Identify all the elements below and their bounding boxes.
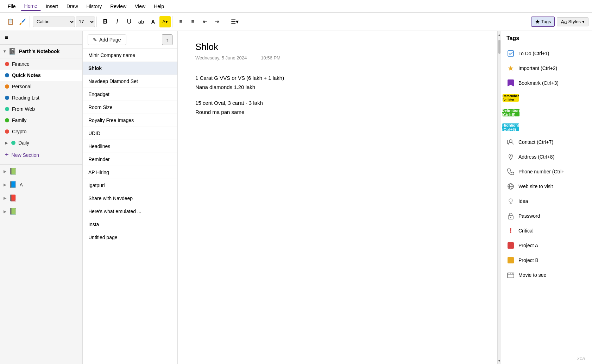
new-section-button[interactable]: + New Section: [0, 148, 82, 161]
section-label-crypto: Crypto: [12, 129, 26, 134]
page-item-6[interactable]: UDID: [83, 127, 177, 140]
tag-phone[interactable]: Phone number (Ctrl+: [501, 164, 592, 179]
nb3-icon: 📕: [9, 194, 17, 202]
tag-contact[interactable]: Contact (Ctrl+7): [501, 135, 592, 149]
bullets-button[interactable]: ≡: [175, 16, 187, 27]
paste-button[interactable]: 📋: [5, 16, 16, 27]
section-item-reading-list[interactable]: Reading List: [0, 92, 82, 103]
note-date: Wednesday, 5 June 2024: [195, 55, 247, 60]
page-item-14[interactable]: Untitled page: [83, 231, 177, 244]
section-color-personal: [5, 84, 9, 89]
add-page-button[interactable]: ✎ Add Page: [88, 34, 126, 45]
tag-bookmark[interactable]: Bookmark (Ctrl+3): [501, 76, 592, 90]
tag-remember[interactable]: Remember for later: [501, 90, 592, 105]
menu-help[interactable]: Help: [150, 2, 168, 11]
menu-file[interactable]: File: [4, 2, 19, 11]
note-para-0: 1 Carat G VVS or VS (6 lakh + 1 lakh) Na…: [195, 74, 479, 91]
section-item-family[interactable]: Family: [0, 115, 82, 126]
underline-button[interactable]: U: [124, 16, 135, 27]
menu-insert[interactable]: Insert: [42, 2, 62, 11]
section-item-quick-notes[interactable]: Quick Notes: [0, 70, 82, 81]
page-item-9[interactable]: AP Hiring: [83, 166, 177, 179]
font-size-select[interactable]: 17: [76, 17, 95, 27]
section-item-daily[interactable]: ▶ Daily: [0, 137, 82, 148]
hamburger-button[interactable]: ≡: [0, 31, 82, 45]
page-item-4[interactable]: Room Size: [83, 101, 177, 114]
section-item-from-web[interactable]: From Web: [0, 103, 82, 115]
tag-definition[interactable]: Definition (Ctrl+5): [501, 105, 592, 120]
notebook-icon: 📓: [8, 47, 16, 55]
note-meta: Wednesday, 5 June 2024 10:56 PM: [195, 55, 479, 65]
add-page-icon: ✎: [93, 37, 97, 43]
page-item-12[interactable]: Here's what emulated ...: [83, 205, 177, 218]
page-item-5[interactable]: Royalty Free Images: [83, 114, 177, 127]
font-color-button[interactable]: A: [147, 16, 159, 27]
indent-less-button[interactable]: ⇤: [199, 16, 210, 27]
notebook-row-3[interactable]: ▶ 📕: [0, 191, 82, 205]
tag-password[interactable]: Password: [501, 209, 592, 223]
tag-todo[interactable]: To Do (Ctrl+1): [501, 46, 592, 61]
page-item-1[interactable]: Shlok: [83, 62, 177, 75]
highlight-box: Highlight (Ctrl+6): [502, 123, 519, 131]
menu-review[interactable]: Review: [107, 2, 130, 11]
format-painter-button[interactable]: 🖌️: [17, 16, 28, 27]
section-color-quick-notes: [5, 73, 9, 77]
tag-movie[interactable]: Movie to see: [501, 268, 592, 282]
website-icon: [506, 182, 515, 191]
highlight-button[interactable]: A▾: [159, 16, 171, 27]
section-item-personal[interactable]: Personal: [0, 81, 82, 92]
note-time: 10:56 PM: [261, 55, 281, 60]
tag-critical[interactable]: ! Critical: [501, 223, 592, 238]
italic-button[interactable]: I: [112, 16, 123, 27]
page-item-10[interactable]: Igatpuri: [83, 179, 177, 192]
styles-button[interactable]: Aa Styles ▾: [557, 17, 588, 26]
scroll-up-button[interactable]: ▲: [498, 32, 501, 38]
page-item-8[interactable]: Reminder: [83, 153, 177, 166]
align-button[interactable]: ☰▾: [227, 16, 243, 27]
tag-important[interactable]: ★ Important (Ctrl+2): [501, 61, 592, 76]
note-para-1: 15 cent Oval, 3 carat - 3 lakh Round ma …: [195, 98, 479, 116]
content-area[interactable]: Shlok Wednesday, 5 June 2024 10:56 PM 1 …: [178, 31, 497, 364]
address-icon: [506, 153, 515, 161]
tag-project-b[interactable]: Project B: [501, 253, 592, 268]
numbered-button[interactable]: ≡: [187, 16, 199, 27]
notebook-row-4[interactable]: ▶ 📗: [0, 205, 82, 218]
page-item-2[interactable]: Navdeep Diamond Set: [83, 75, 177, 88]
indent-more-button[interactable]: ⇥: [211, 16, 222, 27]
notebook-row-2[interactable]: ▶ 📘 A: [0, 178, 82, 191]
todo-icon: [506, 49, 515, 58]
menu-history[interactable]: History: [83, 2, 106, 11]
page-item-7[interactable]: Headlines: [83, 140, 177, 153]
font-family-select[interactable]: Calibri: [33, 17, 75, 27]
tags-scrollbar[interactable]: ▲ ▼: [497, 31, 501, 364]
bold-button[interactable]: B: [100, 16, 111, 27]
critical-icon: !: [506, 226, 515, 235]
tag-movie-label: Movie to see: [518, 272, 546, 278]
notebook-header[interactable]: ▾ 📓 Parth's Notebook: [0, 45, 82, 58]
page-item-0[interactable]: Mihir Company name: [83, 49, 177, 62]
section-item-crypto[interactable]: Crypto: [0, 126, 82, 137]
section-color-finance: [5, 62, 9, 66]
tag-project-a[interactable]: Project A: [501, 238, 592, 253]
page-item-3[interactable]: Engadget: [83, 88, 177, 101]
password-icon: [506, 212, 515, 220]
nb3-chevron-icon: ▶: [4, 196, 6, 200]
scroll-down-button[interactable]: ▼: [498, 357, 501, 364]
strikethrough-button[interactable]: ab: [136, 16, 147, 27]
menu-view[interactable]: View: [131, 2, 149, 11]
tag-idea[interactable]: Idea: [501, 194, 592, 209]
menu-home[interactable]: Home: [21, 2, 41, 11]
section-item-finance[interactable]: Finance: [0, 58, 82, 70]
tags-button[interactable]: ★ Tags: [531, 17, 555, 27]
notebook-name: Parth's Notebook: [19, 49, 59, 54]
page-item-13[interactable]: Insta: [83, 218, 177, 231]
sort-pages-button[interactable]: ↕: [162, 34, 172, 45]
page-item-11[interactable]: Share with Navdeep: [83, 192, 177, 205]
menu-draw[interactable]: Draw: [63, 2, 82, 11]
tag-address[interactable]: Address (Ctrl+8): [501, 149, 592, 164]
note-body[interactable]: 1 Carat G VVS or VS (6 lakh + 1 lakh) Na…: [195, 74, 479, 116]
notebook-row-1[interactable]: ▶ 📗: [0, 165, 82, 178]
tag-website[interactable]: Web site to visit: [501, 179, 592, 194]
plus-icon: +: [5, 151, 9, 159]
tag-highlight[interactable]: Highlight (Ctrl+6): [501, 120, 592, 135]
